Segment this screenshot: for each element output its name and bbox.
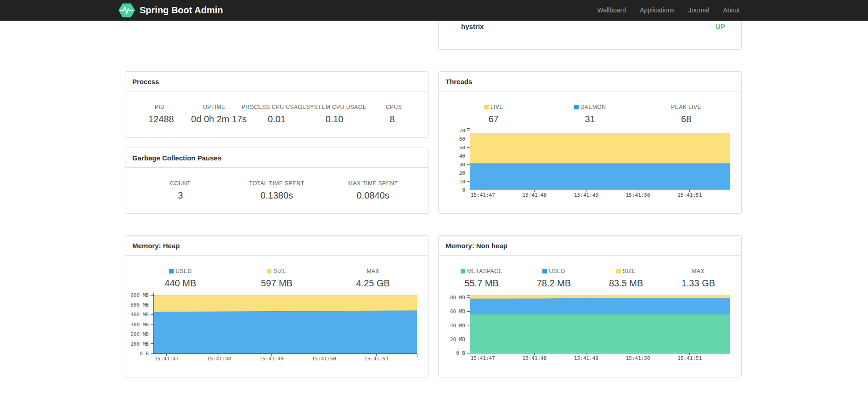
metric-value-metaspace: 55.7 MB <box>445 278 518 289</box>
legend-nonheap-size-label: SIZE <box>623 268 636 274</box>
metric-label-gc-count: COUNT <box>132 180 229 187</box>
metric-label-gc-total: TOTAL TIME SPENT <box>229 180 325 187</box>
metric-label-system-cpu: SYSTEM CPU USAGE <box>306 104 366 110</box>
process-panel-title: Process <box>125 72 428 91</box>
svg-text:15:41:51: 15:41:51 <box>364 356 389 362</box>
daemon-swatch <box>574 105 579 109</box>
heap-panel-title: Memory: Heap <box>125 236 428 256</box>
svg-text:500 MB: 500 MB <box>130 302 149 308</box>
process-captions: PID UPTIME PROCESS CPU USAGE SYSTEM CPU … <box>132 104 421 110</box>
metric-value-nonheap-used: 78.2 MB <box>518 278 590 289</box>
svg-text:40: 40 <box>459 153 465 159</box>
svg-text:15:41:48: 15:41:48 <box>207 356 231 362</box>
metric-label-gc-max: MAX TIME SPENT <box>325 180 421 187</box>
nonheap-panel-title: Memory: Non heap <box>439 236 741 256</box>
heap-legend: USED SIZE MAX <box>132 268 421 274</box>
svg-text:20: 20 <box>459 170 465 176</box>
legend-heap-max: MAX <box>325 268 421 274</box>
threads-values: 67 31 68 <box>445 114 734 125</box>
svg-text:15:41:50: 15:41:50 <box>312 356 336 362</box>
nav-item-wallboard[interactable]: Wallboard <box>590 0 633 21</box>
metric-value-gc-max: 0.0840s <box>325 190 421 201</box>
metric-value-process-cpu: 0.01 <box>248 114 306 125</box>
svg-text:15:41:48: 15:41:48 <box>522 355 547 361</box>
metric-label-cpus: CPUS <box>366 104 421 110</box>
legend-heap-size: SIZE <box>229 268 325 274</box>
legend-live: LIVE <box>445 104 542 110</box>
svg-text:15:41:48: 15:41:48 <box>522 192 547 198</box>
legend-nonheap-size: SIZE <box>590 268 662 274</box>
metric-value-live: 67 <box>445 114 542 125</box>
threads-chart-container: 01020304050607015:41:4715:41:4815:41:491… <box>439 126 741 200</box>
memory-nonheap-panel: Memory: Non heap METASPACE USED SIZE MAX… <box>438 235 742 377</box>
memory-heap-panel: Memory: Heap USED SIZE MAX 440 MB 597 MB… <box>125 235 428 377</box>
svg-text:15:41:49: 15:41:49 <box>574 355 598 361</box>
metric-value-peak-live: 68 <box>638 114 734 125</box>
svg-text:15:41:47: 15:41:47 <box>471 192 495 198</box>
nonheap-values: 55.7 MB 78.2 MB 83.5 MB 1.33 GB <box>445 278 734 289</box>
gc-pauses-panel: Garbage Collection Pauses COUNT TOTAL TI… <box>125 148 428 214</box>
legend-metaspace-label: METASPACE <box>467 268 502 274</box>
svg-text:300 MB: 300 MB <box>130 322 149 328</box>
svg-text:15:41:49: 15:41:49 <box>259 356 284 362</box>
legend-nonheap-max: MAX <box>662 268 734 274</box>
nonheap-legend: METASPACE USED SIZE MAX <box>445 268 734 274</box>
legend-nonheap-used-label: USED <box>549 268 565 274</box>
pulse-logo-icon <box>118 3 135 18</box>
threads-legend: LIVE DAEMON PEAK LIVE <box>445 104 734 110</box>
nonheap-chart: 0 B20 MB40 MB60 MB80 MB15:41:4715:41:481… <box>439 292 742 367</box>
gc-values: 3 0.1380s 0.0840s <box>132 190 421 201</box>
svg-text:15:41:47: 15:41:47 <box>154 356 179 362</box>
spring-boot-admin-page: Spring Boot Admin Wallboard Applications… <box>0 0 868 410</box>
brand-title: Spring Boot Admin <box>140 5 223 16</box>
legend-live-label: LIVE <box>490 104 503 110</box>
svg-text:70: 70 <box>459 128 465 134</box>
svg-text:60 MB: 60 MB <box>450 308 465 314</box>
threads-panel-title: Threads <box>439 72 741 91</box>
legend-heap-used: USED <box>132 268 229 274</box>
metric-value-system-cpu: 0.10 <box>305 114 363 125</box>
heap-chart: 0 B100 MB200 MB300 MB400 MB500 MB600 MB1… <box>125 292 428 367</box>
metric-value-cpus: 8 <box>363 114 421 125</box>
gc-captions: COUNT TOTAL TIME SPENT MAX TIME SPENT <box>132 180 421 187</box>
metaspace-swatch <box>461 269 465 273</box>
svg-text:15:41:50: 15:41:50 <box>626 355 650 361</box>
metric-label-process-cpu: PROCESS CPU USAGE <box>242 104 306 110</box>
process-panel: Process PID UPTIME PROCESS CPU USAGE SYS… <box>125 71 428 138</box>
metric-value-pid: 12488 <box>132 114 190 125</box>
svg-text:0: 0 <box>462 187 465 193</box>
svg-text:15:41:51: 15:41:51 <box>677 192 702 198</box>
svg-text:80 MB: 80 MB <box>450 295 465 301</box>
metric-value-heap-size: 597 MB <box>229 278 325 289</box>
svg-text:400 MB: 400 MB <box>130 312 149 318</box>
metric-value-daemon: 31 <box>542 114 638 125</box>
metric-value-heap-used: 440 MB <box>132 278 229 289</box>
nav-item-journal[interactable]: Journal <box>681 0 716 21</box>
threads-panel: Threads LIVE DAEMON PEAK LIVE 67 31 68 0… <box>438 71 742 214</box>
legend-daemon: DAEMON <box>542 104 638 110</box>
svg-text:50: 50 <box>459 145 465 151</box>
application-name: hystrix <box>461 23 484 30</box>
heap-chart-container: 0 B100 MB200 MB300 MB400 MB500 MB600 MB1… <box>125 292 428 367</box>
heap-used-swatch <box>169 269 174 273</box>
svg-text:200 MB: 200 MB <box>130 331 149 337</box>
legend-heap-used-label: USED <box>175 268 192 274</box>
nonheap-size-swatch <box>616 269 621 273</box>
application-status-row[interactable]: hystrix UP <box>456 18 731 37</box>
legend-metaspace: METASPACE <box>445 268 518 274</box>
nav-item-applications[interactable]: Applications <box>633 0 682 21</box>
metric-value-nonheap-max: 1.33 GB <box>662 278 734 289</box>
nav-item-about[interactable]: About <box>716 0 747 21</box>
brand[interactable]: Spring Boot Admin <box>118 0 223 21</box>
process-values: 12488 0d 0h 2m 17s 0.01 0.10 8 <box>132 114 421 125</box>
svg-text:40 MB: 40 MB <box>450 323 465 329</box>
svg-text:15:41:49: 15:41:49 <box>574 192 598 198</box>
legend-peak-live: PEAK LIVE <box>638 104 734 110</box>
metric-value-nonheap-size: 83.5 MB <box>590 278 662 289</box>
svg-text:60: 60 <box>459 136 465 142</box>
metric-value-uptime: 0d 0h 2m 17s <box>190 114 248 125</box>
heap-values: 440 MB 597 MB 4.25 GB <box>132 278 421 289</box>
metric-value-gc-count: 3 <box>132 190 229 201</box>
legend-daemon-label: DAEMON <box>581 104 606 110</box>
svg-text:100 MB: 100 MB <box>130 341 149 347</box>
